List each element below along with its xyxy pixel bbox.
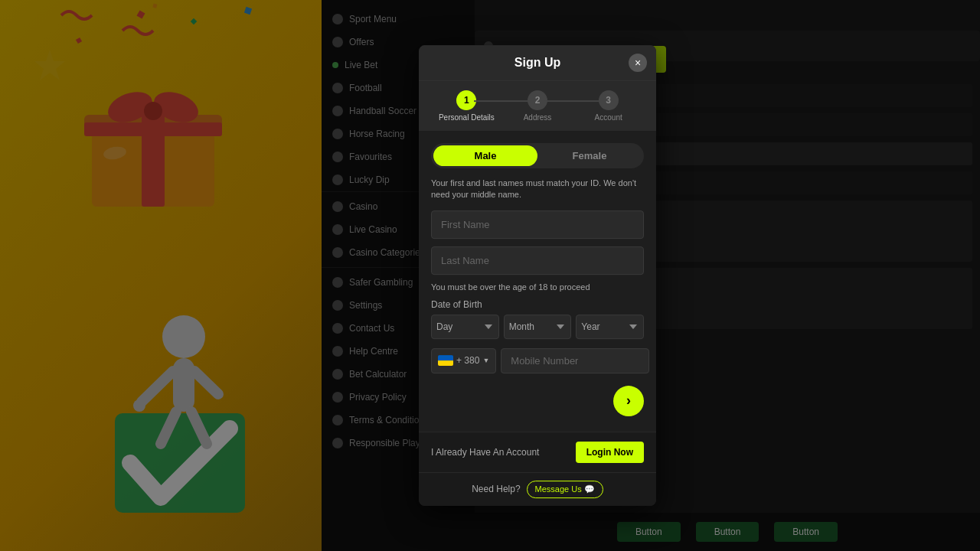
gender-toggle: Male Female [431,143,644,168]
age-warning-text: You must be over the age of 18 to procee… [431,282,644,292]
step-1-label: Personal Details [439,113,495,122]
have-account-text: I Already Have An Account [431,447,539,458]
step-1-circle: 1 [456,90,476,110]
step-2-circle: 2 [528,90,547,110]
step-address: 2 Address [502,90,573,122]
modal-title: Sign Up [514,56,560,70]
next-arrow-icon: › [626,393,631,409]
female-button[interactable]: Female [537,145,642,166]
year-select[interactable]: Year [576,315,644,339]
step-2-label: Address [524,113,552,122]
modal-body: Male Female Your first and last names mu… [419,131,656,432]
first-name-input[interactable] [431,210,644,239]
login-now-button[interactable]: Login Now [576,442,644,463]
need-help-text: Need Help? [472,484,520,494]
signup-modal: Sign Up × 1 Personal Details 2 Address 3… [419,45,656,506]
mobile-number-input[interactable] [501,348,649,373]
modal-footer: I Already Have An Account Login Now [419,432,656,472]
step-3-circle: 3 [599,90,619,110]
phone-prefix-value: + 380 [456,355,479,366]
flag-bottom [438,360,453,366]
ukraine-flag [438,355,453,366]
need-help-section: Need Help? Message Us 💬 [419,472,656,506]
last-name-input[interactable] [431,246,644,275]
modal-close-button[interactable]: × [629,54,647,72]
phone-prefix-chevron: ▼ [482,357,489,364]
male-button[interactable]: Male [433,145,537,166]
month-select[interactable]: Month [504,315,572,339]
modal-header: Sign Up × [419,45,656,81]
name-info-text: Your first and last names must match you… [431,178,644,201]
step-account: 3 Account [573,90,644,122]
step-3-label: Account [595,113,622,122]
steps-container: 1 Personal Details 2 Address 3 Account [419,81,656,131]
phone-prefix-selector[interactable]: + 380 ▼ [431,348,496,373]
next-button[interactable]: › [613,386,644,416]
flag-top [438,355,453,360]
step-personal-details: 1 Personal Details [431,90,502,122]
message-us-button[interactable]: Message Us 💬 [527,481,603,498]
date-of-birth-row: Day Month Year [431,315,644,339]
next-btn-container: › [431,386,644,416]
day-select[interactable]: Day [431,315,499,339]
dob-label: Date of Birth [431,299,644,310]
phone-row: + 380 ▼ [431,348,644,373]
